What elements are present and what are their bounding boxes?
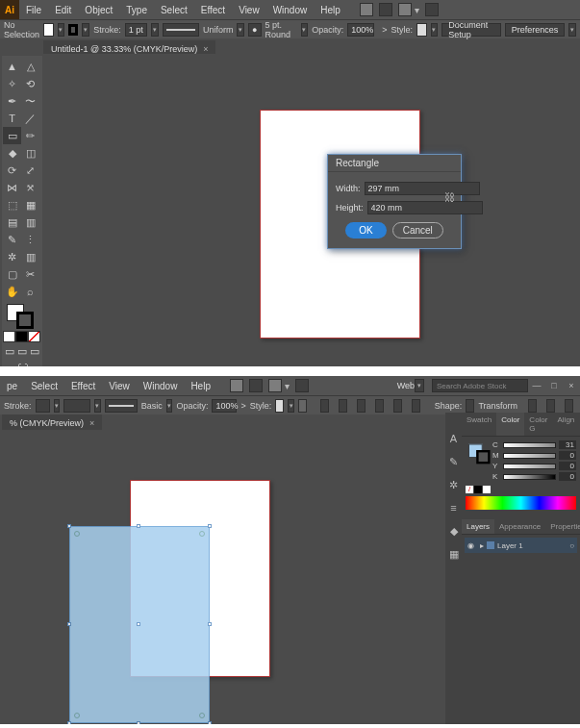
menu-select-2[interactable]: Select bbox=[24, 381, 64, 391]
tab-swatches[interactable]: Swatch bbox=[462, 413, 496, 436]
c-value[interactable]: 31 bbox=[559, 440, 576, 449]
tool-scale[interactable]: ⤢ bbox=[21, 162, 39, 179]
brush-dropdown[interactable]: ▾ bbox=[237, 23, 244, 37]
style-dropdown-2[interactable]: ▾ bbox=[288, 399, 294, 413]
align-vcenter-icon[interactable] bbox=[393, 399, 402, 413]
corner-widget-nw[interactable] bbox=[74, 531, 80, 537]
black-swatch[interactable] bbox=[474, 486, 482, 493]
doc-setup-button[interactable]: Document Setup bbox=[441, 23, 501, 37]
expand-icon[interactable]: ▸ bbox=[480, 541, 484, 550]
tool-free-transform[interactable]: ⤧ bbox=[21, 179, 39, 196]
search-input[interactable]: Search Adobe Stock bbox=[432, 379, 528, 392]
menu-window-2[interactable]: Window bbox=[137, 381, 185, 391]
layer-row[interactable]: ◉ ▸ Layer 1 ○ bbox=[465, 538, 577, 553]
tool-direct-selection[interactable]: △ bbox=[21, 58, 39, 75]
target-icon[interactable]: ○ bbox=[569, 541, 574, 550]
tool-graph[interactable]: ▥ bbox=[21, 248, 39, 265]
stroke-weight-dropdown-2[interactable]: ▾ bbox=[54, 399, 61, 413]
tool-slice[interactable]: ✂ bbox=[21, 265, 39, 283]
cancel-button[interactable]: Cancel bbox=[392, 222, 443, 238]
fill-swatch[interactable] bbox=[43, 23, 54, 37]
selected-rectangle[interactable] bbox=[69, 526, 210, 723]
arrange-dropdown-2[interactable]: ▾ bbox=[285, 381, 292, 391]
transform-label[interactable]: Transform bbox=[478, 401, 517, 411]
tab-color-guide[interactable]: Color G bbox=[524, 413, 552, 436]
visibility-icon[interactable]: ◉ bbox=[467, 541, 477, 550]
menu-effect[interactable]: Effect bbox=[194, 5, 232, 15]
menu-type[interactable]: Type bbox=[119, 5, 154, 15]
none-color-icon[interactable]: / bbox=[466, 486, 473, 493]
brush-profile[interactable] bbox=[163, 23, 199, 37]
layer-name[interactable]: Layer 1 bbox=[497, 541, 523, 550]
tool-line[interactable]: ／ bbox=[21, 110, 39, 127]
menu-type-2[interactable]: pe bbox=[0, 381, 24, 391]
brush-def-dropdown-2[interactable]: ▾ bbox=[166, 399, 173, 413]
dock-asset-icon[interactable]: ▦ bbox=[447, 547, 461, 561]
k-slider[interactable] bbox=[503, 474, 556, 480]
stroke-weight-field[interactable]: 1 pt bbox=[125, 23, 148, 37]
corner-widget-ne[interactable] bbox=[199, 531, 205, 537]
handle-sw[interactable] bbox=[67, 721, 71, 724]
brush-dropdown-2[interactable]: ▾ bbox=[94, 399, 101, 413]
menu-object[interactable]: Object bbox=[78, 5, 119, 15]
color-mode-color[interactable] bbox=[3, 331, 15, 342]
white-swatch[interactable] bbox=[483, 486, 491, 493]
tool-magic-wand[interactable]: ✧ bbox=[3, 75, 21, 92]
opacity-field-2[interactable]: 100% bbox=[212, 399, 237, 413]
y-value[interactable]: 0 bbox=[559, 462, 576, 470]
tool-artboard[interactable]: ▢ bbox=[3, 265, 21, 283]
canvas-2[interactable] bbox=[0, 430, 445, 724]
y-slider[interactable] bbox=[503, 464, 556, 469]
tool-lasso[interactable]: ⟲ bbox=[21, 75, 39, 92]
workspace-dropdown[interactable]: ▾ bbox=[415, 379, 424, 392]
handle-ne[interactable] bbox=[208, 524, 212, 528]
preferences-button[interactable]: Preferences bbox=[505, 23, 566, 37]
dock-brushes-icon[interactable]: ✎ bbox=[447, 455, 461, 468]
k-value[interactable]: 0 bbox=[559, 472, 576, 481]
tool-zoom[interactable]: ⌕ bbox=[21, 283, 39, 300]
fill-stroke-control[interactable] bbox=[3, 302, 41, 331]
m-slider[interactable] bbox=[503, 453, 556, 459]
style-swatch[interactable] bbox=[416, 23, 427, 37]
stock-icon[interactable] bbox=[379, 3, 392, 16]
stroke-swatch[interactable] bbox=[68, 24, 78, 36]
height-field[interactable] bbox=[367, 201, 483, 214]
menu-help[interactable]: Help bbox=[314, 5, 347, 15]
handle-nw[interactable] bbox=[67, 524, 71, 528]
tool-selection[interactable]: ▲ bbox=[3, 58, 21, 75]
bridge-icon-2[interactable] bbox=[230, 379, 243, 392]
align-right-icon[interactable] bbox=[357, 399, 366, 413]
stroke-weight-field-2[interactable] bbox=[36, 399, 50, 413]
brush-field-2[interactable] bbox=[63, 399, 90, 413]
handle-n[interactable] bbox=[137, 524, 140, 528]
menu-edit[interactable]: Edit bbox=[48, 5, 78, 15]
corner-widget-sw[interactable] bbox=[74, 713, 80, 718]
var-width-icon[interactable]: ● bbox=[248, 23, 261, 37]
tool-rectangle[interactable]: ▭ bbox=[3, 127, 21, 144]
align-icon[interactable] bbox=[298, 399, 307, 413]
tool-curvature[interactable]: 〜 bbox=[21, 92, 39, 110]
tool-hand[interactable]: ✋ bbox=[3, 283, 21, 300]
workspace-label[interactable]: Web bbox=[397, 381, 415, 390]
tool-gradient[interactable]: ▥ bbox=[21, 213, 39, 231]
menu-view[interactable]: View bbox=[232, 5, 266, 15]
stroke-dropdown[interactable]: ▾ bbox=[82, 23, 89, 37]
options-icon[interactable] bbox=[565, 399, 573, 413]
m-value[interactable]: 0 bbox=[559, 451, 576, 460]
tab-color[interactable]: Color bbox=[496, 413, 524, 436]
tool-shape-builder[interactable]: ⬚ bbox=[3, 196, 21, 213]
align-left-icon[interactable] bbox=[320, 399, 329, 413]
canvas[interactable] bbox=[43, 54, 580, 366]
dock-stroke-icon[interactable]: ≡ bbox=[447, 501, 461, 515]
tool-pen[interactable]: ✒ bbox=[3, 92, 21, 110]
c-slider[interactable] bbox=[503, 442, 556, 448]
opacity-field[interactable]: 100% bbox=[347, 23, 374, 37]
maximize-icon[interactable]: □ bbox=[545, 378, 563, 393]
color-mode-none[interactable] bbox=[28, 331, 40, 342]
menu-effect-2[interactable]: Effect bbox=[64, 381, 102, 391]
tool-eraser[interactable]: ◫ bbox=[21, 144, 39, 162]
align-hcenter-icon[interactable] bbox=[339, 399, 347, 413]
bridge-icon[interactable] bbox=[360, 3, 373, 16]
ok-button[interactable]: OK bbox=[345, 222, 386, 238]
menu-view-2[interactable]: View bbox=[102, 381, 137, 391]
